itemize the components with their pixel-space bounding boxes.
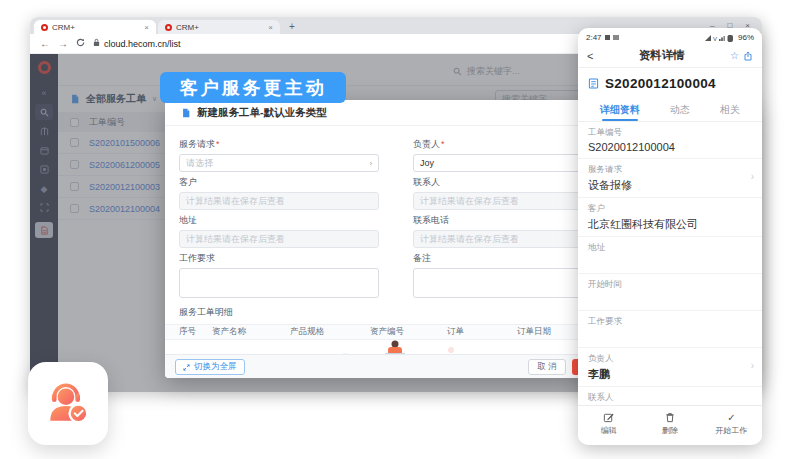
field-label: 地址: [179, 214, 379, 227]
new-tab-button[interactable]: +: [280, 21, 304, 34]
browser-tab-1[interactable]: CRM+ ×: [34, 20, 156, 34]
field-value: [588, 293, 752, 306]
notification-icon: [605, 35, 610, 40]
document-icon: [588, 78, 599, 89]
address-input: 计算结果请在保存后查看: [179, 230, 379, 248]
refresh-icon[interactable]: [76, 38, 85, 49]
field-address: 地址 计算结果请在保存后查看: [179, 210, 379, 248]
trash-icon: [665, 412, 675, 424]
tab-related[interactable]: 相关: [720, 98, 740, 121]
tab-title: CRM+: [52, 23, 140, 32]
input-placeholder: 计算结果请在保存后查看: [186, 233, 285, 246]
detail-column: 订单日期: [517, 326, 551, 338]
field-service-request: 服务请求* 请选择 ›: [179, 134, 379, 172]
edit-icon: [603, 412, 614, 424]
headset-person-icon: [43, 379, 93, 429]
field-label: 地址: [588, 242, 752, 254]
tab-activity[interactable]: 动态: [670, 98, 690, 121]
input-placeholder: 计算结果请在保存后查看: [186, 195, 285, 208]
field-label: 负责人: [588, 353, 752, 365]
phone-field-start-time: 开始时间: [578, 274, 762, 311]
field-value: S2020012100004: [588, 141, 752, 154]
tab-close-icon[interactable]: ×: [268, 23, 273, 32]
field-label: 工作要求: [179, 252, 379, 265]
battery-percent: 96%: [738, 33, 754, 42]
field-label: 客户: [179, 176, 379, 189]
field-label: 负责人: [413, 139, 440, 149]
phone-field-customer: 客户 北京红圈科技有限公司: [578, 198, 762, 237]
url-box[interactable]: cloud.hecom.cn/list: [93, 38, 181, 49]
field-label: 客户: [588, 203, 752, 215]
chevron-right-icon: ›: [751, 171, 754, 182]
field-label: 联系人: [588, 392, 752, 404]
share-icon[interactable]: [743, 51, 753, 61]
detail-column: 资产编号: [370, 326, 447, 338]
phone-nav-bar: < 资料详情 ☆: [578, 44, 762, 68]
customer-input: 计算结果请在保存后查看: [179, 192, 379, 210]
required-mark: *: [216, 139, 220, 149]
svg-text:V: V: [713, 36, 717, 42]
action-label: 删除: [662, 425, 678, 436]
phone-field-contact: 联系人: [578, 387, 762, 404]
phone-field-order-number: 工单编号 S2020012100004: [578, 122, 762, 159]
lock-icon: [93, 38, 100, 49]
chevron-right-icon: ›: [751, 360, 754, 371]
status-time: 2:47: [586, 33, 602, 42]
expand-icon: [183, 364, 190, 371]
forward-icon[interactable]: →: [58, 39, 68, 49]
url-text: cloud.hecom.cn/list: [104, 39, 181, 49]
phone-tabs: 详细资料 动态 相关: [578, 98, 762, 122]
field-value: 北京红圈科技有限公司: [588, 217, 752, 232]
input-placeholder: 计算结果请在保存后查看: [420, 195, 519, 208]
document-icon: [181, 108, 191, 118]
tab-title: CRM+: [176, 23, 264, 32]
select-placeholder: 请选择: [186, 157, 213, 170]
input-placeholder: 计算结果请在保存后查看: [420, 233, 519, 246]
detail-column: 序号: [179, 326, 212, 338]
service-request-select[interactable]: 请选择 ›: [179, 154, 379, 172]
phone-status-bar: 2:47 V 96%: [578, 28, 762, 44]
phone-field-work-requirement: 工作要求: [578, 311, 762, 348]
signal-wifi-battery-icons: V: [705, 34, 735, 42]
tab-details[interactable]: 详细资料: [600, 98, 640, 121]
promo-banner: 客户服务更主动: [160, 72, 346, 103]
field-value: 设备报修: [588, 178, 752, 193]
field-label: 工作要求: [588, 316, 752, 328]
cancel-button[interactable]: 取 消: [528, 359, 566, 375]
work-requirement-textarea[interactable]: [179, 268, 379, 298]
browser-tab-2[interactable]: CRM+ ×: [158, 20, 280, 34]
fullscreen-toggle-button[interactable]: 切换为全屏: [175, 359, 245, 375]
check-icon: ✓: [727, 412, 735, 424]
phone-action-bar: 编辑 删除 ✓ 开始工作: [578, 405, 762, 441]
start-work-button[interactable]: ✓ 开始工作: [701, 406, 762, 441]
detail-column: 资产名称: [212, 326, 290, 338]
required-mark: *: [441, 139, 445, 149]
customer-service-app-icon[interactable]: [28, 362, 108, 445]
phone-field-address: 地址: [578, 237, 762, 274]
detail-column: 订单: [447, 326, 517, 338]
field-value: [588, 330, 752, 343]
favorite-star-icon[interactable]: ☆: [730, 50, 739, 61]
field-label: 工单编号: [588, 127, 752, 139]
tab-close-icon[interactable]: ×: [144, 23, 149, 32]
fullscreen-label: 切换为全屏: [194, 361, 237, 373]
field-value: 李鹏: [588, 367, 752, 382]
back-icon[interactable]: ←: [40, 39, 50, 49]
phone-screen: 2:47 V 96% < 资料详情 ☆: [578, 28, 762, 445]
delete-button[interactable]: 删除: [639, 406, 700, 441]
owner-value: Joy: [420, 158, 434, 168]
phone-field-service-request[interactable]: 服务请求 设备报修 ›: [578, 159, 762, 198]
field-label: 服务请求: [179, 139, 215, 149]
crm-favicon-icon: [165, 24, 172, 31]
phone-field-owner[interactable]: 负责人 李鹏 ›: [578, 348, 762, 387]
back-icon[interactable]: <: [587, 50, 593, 62]
field-work-requirement: 工作要求: [179, 248, 379, 298]
action-label: 编辑: [601, 425, 617, 436]
field-label: 开始时间: [588, 279, 752, 291]
phone-page-title: 资料详情: [597, 48, 726, 63]
field-customer: 客户 计算结果请在保存后查看: [179, 172, 379, 210]
modal-title: 新建服务工单-默认业务类型: [197, 106, 327, 120]
detail-column: 产品规格: [290, 326, 370, 338]
field-value: [588, 256, 752, 269]
edit-button[interactable]: 编辑: [578, 406, 639, 441]
